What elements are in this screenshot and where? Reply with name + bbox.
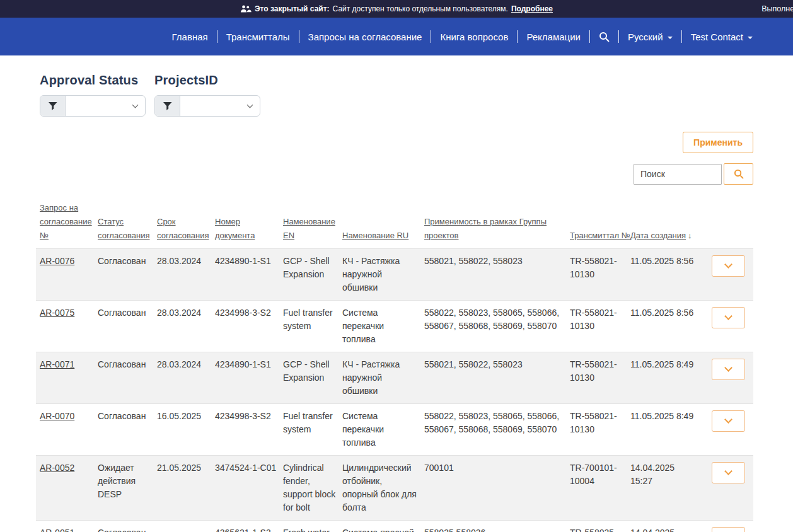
page-content: Approval Status ProjectsID xyxy=(0,73,793,532)
search-icon xyxy=(734,169,744,179)
table-header: Запрос на согласование № Статус согласов… xyxy=(36,192,753,248)
created-date-cell: 11.05.2025 8:49 xyxy=(630,358,702,398)
nav-search-button[interactable] xyxy=(590,32,618,42)
document-number-cell: 4234998-3-S2 xyxy=(215,306,283,346)
column-header-name-ru: Наменование RU xyxy=(342,229,424,243)
request-link[interactable]: AR-0051 xyxy=(40,528,74,532)
name-ru-cell: КЧ - Растяжка наружной обшивки xyxy=(342,358,424,398)
expand-row-button[interactable] xyxy=(712,410,745,432)
projects-cell: 558022, 558023, 558065, 558066, 558067, … xyxy=(424,410,570,449)
column-header-status: Статус согласования xyxy=(98,215,157,243)
projects-id-select[interactable] xyxy=(180,96,260,116)
column-header-due: Срок согласования xyxy=(157,215,215,243)
name-en-cell: Cylindrical fender, support block for bo… xyxy=(283,461,342,514)
name-ru-cell: Цилиндрический отбойник, опорный блок дл… xyxy=(342,461,424,514)
column-header-request: Запрос на согласование № xyxy=(36,201,98,243)
name-en-cell: Fresh water supply system xyxy=(283,526,342,532)
chevron-down-icon xyxy=(132,102,139,108)
notice-text: Сайт доступен только отдельным пользоват… xyxy=(333,4,508,13)
name-ru-cell: Система перекачки топлива xyxy=(342,306,424,346)
transmittal-cell: TR-558021-10130 xyxy=(570,255,630,294)
funnel-icon xyxy=(49,102,57,110)
chevron-down-icon xyxy=(724,415,732,424)
column-header-transmittal: Трансмиттал № xyxy=(570,229,630,243)
chevron-down-icon xyxy=(668,37,673,39)
user-name-label: Test Contact xyxy=(691,32,743,42)
status-cell: Ожидает действия DESP xyxy=(98,461,157,514)
request-link[interactable]: AR-0076 xyxy=(40,256,74,266)
request-link[interactable]: AR-0052 xyxy=(40,463,74,473)
language-menu[interactable]: Русский xyxy=(619,32,681,42)
filter-approval-status: Approval Status xyxy=(40,73,146,117)
created-date-cell: 11.05.2025 8:56 xyxy=(630,255,702,294)
created-date-cell: 11.05.2025 8:49 xyxy=(630,410,702,449)
nav-item-approval-requests[interactable]: Запросы на согласование xyxy=(299,32,431,42)
chevron-down-icon xyxy=(247,102,253,108)
search-input[interactable] xyxy=(634,164,722,185)
table-row: AR-0071 Согласован 28.03.2024 4234890-1-… xyxy=(36,352,753,403)
expand-row-button[interactable] xyxy=(712,527,745,532)
nav-item-transmittals[interactable]: Трансмитталы xyxy=(217,32,299,42)
notice-status: Выполнено xyxy=(761,4,793,13)
status-cell: Согласован xyxy=(98,255,157,294)
created-date-cell: 14.04.2025 14:53 xyxy=(630,526,702,532)
approval-status-filter-button[interactable] xyxy=(40,96,66,116)
expand-row-button[interactable] xyxy=(712,255,745,277)
expand-row-button[interactable] xyxy=(712,359,745,380)
chevron-down-icon xyxy=(724,312,732,320)
created-date-cell: 14.04.2025 15:27 xyxy=(630,461,702,514)
transmittal-cell: TR-558021-10130 xyxy=(570,410,630,449)
projects-cell: 558022, 558023, 558065, 558066, 558067, … xyxy=(424,306,570,346)
notice-title: Это закрытый сайт: xyxy=(255,4,330,13)
funnel-icon xyxy=(163,102,172,110)
chevron-down-icon xyxy=(724,364,732,372)
column-header-projects: Применимость в рамках Группы проектов xyxy=(424,215,570,243)
status-cell: Согласован xyxy=(98,410,157,449)
name-en-cell: GCP - Shell Expansion xyxy=(283,358,342,398)
approval-status-heading: Approval Status xyxy=(40,73,146,88)
chevron-down-icon xyxy=(724,260,732,269)
projects-cell: 558021, 558022, 558023 xyxy=(424,255,570,294)
name-en-cell: GCP - Shell Expansion xyxy=(283,255,342,294)
request-link[interactable]: AR-0075 xyxy=(40,308,74,318)
search-button[interactable] xyxy=(724,163,753,185)
notice-bar: Это закрытый сайт: Сайт доступен только … xyxy=(0,0,793,18)
expand-row-button[interactable] xyxy=(712,307,745,328)
document-number-cell: 4234890-1-S1 xyxy=(215,255,283,294)
table-row: AR-0051 Согласован 4365621-1-S3 Fresh wa… xyxy=(36,520,753,532)
request-link[interactable]: AR-0071 xyxy=(40,359,74,369)
name-ru-cell: КЧ - Растяжка наружной обшивки xyxy=(342,255,424,294)
due-date-cell: 28.03.2024 xyxy=(157,358,215,398)
due-date-cell: 16.05.2025 xyxy=(157,410,215,449)
table-body: AR-0076 Согласован 28.03.2024 4234890-1-… xyxy=(36,248,753,532)
status-cell: Согласован xyxy=(98,358,157,398)
transmittal-cell: TR-558035-10144 xyxy=(570,526,630,532)
request-link[interactable]: AR-0070 xyxy=(40,411,74,421)
due-date-cell xyxy=(157,526,215,532)
projects-cell: 700101 xyxy=(424,461,570,514)
projects-id-filter-button[interactable] xyxy=(155,96,180,116)
approval-status-select[interactable] xyxy=(66,96,145,116)
people-lock-icon xyxy=(240,4,252,13)
column-header-name-en: Наменование EN xyxy=(283,215,342,243)
due-date-cell: 21.05.2025 xyxy=(157,461,215,514)
notice-more-link[interactable]: Подробнее xyxy=(511,4,553,13)
document-number-cell: 4365621-1-S3 xyxy=(215,526,283,532)
table-row: AR-0070 Согласован 16.05.2025 4234998-3-… xyxy=(36,403,753,455)
expand-row-button[interactable] xyxy=(712,462,745,483)
language-label: Русский xyxy=(628,32,663,42)
user-menu[interactable]: Test Contact xyxy=(682,32,761,42)
status-cell: Согласован xyxy=(98,526,157,532)
table-row: AR-0075 Согласован 28.03.2024 4234998-3-… xyxy=(36,300,753,352)
nav-item-question-book[interactable]: Книга вопросов xyxy=(431,32,517,42)
nav-item-home[interactable]: Главная xyxy=(163,32,217,42)
search-row xyxy=(40,163,753,185)
apply-button[interactable]: Применить xyxy=(683,132,753,153)
column-header-doc: Номер документа xyxy=(215,215,283,243)
nav-item-claims[interactable]: Рекламации xyxy=(518,32,589,42)
filters-row: Approval Status ProjectsID xyxy=(40,73,753,117)
search-icon xyxy=(599,32,610,42)
transmittal-cell: TR-700101-10004 xyxy=(570,461,630,514)
transmittal-cell: TR-558021-10130 xyxy=(570,358,630,398)
chevron-down-icon xyxy=(748,37,753,39)
